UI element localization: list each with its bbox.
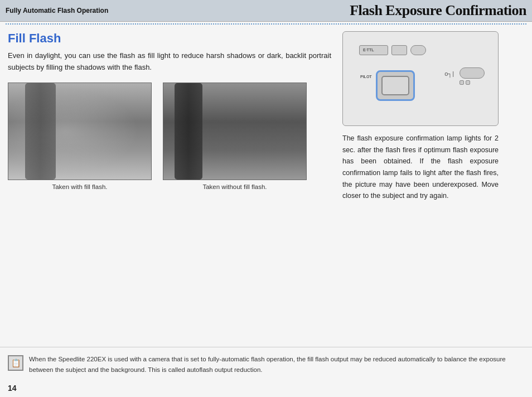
camera-diagram-inner: E·TTL PILOT ο┐| (348, 37, 493, 120)
bottom-note: 📋 When the Speedlite 220EX is used with … (0, 347, 532, 379)
cam-mode-btn (410, 45, 426, 55)
cam-oval-btn (460, 67, 485, 79)
camera-diagram: E·TTL PILOT ο┐| (342, 31, 499, 126)
cam-dial-inner (381, 76, 409, 95)
right-column: E·TTL PILOT ο┐| (342, 31, 524, 341)
note-icon-symbol: 📋 (11, 359, 21, 367)
photo-without-flash (163, 83, 307, 180)
fill-flash-body: Even in daylight, you can use the flash … (8, 50, 331, 74)
cam-dot-2 (466, 80, 470, 85)
note-icon: 📋 (8, 355, 23, 371)
cam-right-pattern (460, 67, 485, 85)
cam-ettl-label: E·TTL (363, 48, 374, 52)
fill-flash-title: Fill Flash (8, 31, 331, 46)
dot-separator (0, 22, 532, 26)
cam-dot-1 (460, 80, 464, 85)
cam-dot-row (460, 80, 485, 85)
photo-caption-without-flash: Taken without fill flash. (202, 183, 267, 190)
note-text: When the Speedlite 220EX is used with a … (29, 354, 524, 375)
header-left-label: Fully Automatic Flash Operation (6, 7, 108, 14)
header-right-title: Flash Exposure Confirmation (350, 2, 526, 19)
photo-with-flash (8, 83, 152, 180)
left-column: Fill Flash Even in daylight, you can use… (8, 31, 331, 341)
photo-item-with-flash: Taken with fill flash. (8, 83, 152, 190)
photo-item-without-flash: Taken without fill flash. (163, 83, 307, 190)
cam-symbol: ο┐| (444, 70, 454, 77)
cam-dial (376, 70, 415, 101)
dot-line (6, 23, 526, 25)
top-bar: Fully Automatic Flash Operation Flash Ex… (0, 0, 532, 22)
page-container: Fully Automatic Flash Operation Flash Ex… (0, 0, 532, 397)
page-number: 14 (0, 379, 532, 397)
right-description: The flash exposure confirmation lamp lig… (342, 133, 499, 202)
photo-row: Taken with fill flash. Taken without fil… (8, 83, 331, 190)
main-content: Fill Flash Even in daylight, you can use… (0, 26, 532, 347)
cam-pilot-label: PILOT (360, 75, 372, 79)
cam-flash-btn (391, 45, 407, 55)
photo-caption-with-flash: Taken with fill flash. (52, 183, 107, 190)
